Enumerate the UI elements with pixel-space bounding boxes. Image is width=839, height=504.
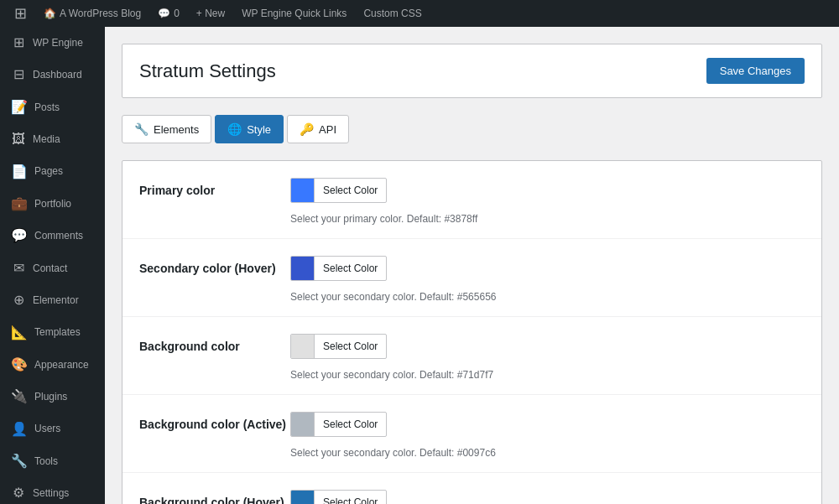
main-content: Stratum Settings Save Changes 🔧 Elements… xyxy=(105,27,839,504)
color-hint-background-color: Select your secondary color. Default: #7… xyxy=(290,369,805,381)
color-hint-background-color-active: Select your secondary color. Default: #0… xyxy=(290,447,805,459)
sidebar-item-pages[interactable]: 📄 Pages xyxy=(0,156,105,188)
sidebar-item-comments[interactable]: 💬 Comments xyxy=(0,220,105,252)
admin-bar-new[interactable]: + New xyxy=(190,0,232,27)
color-btn-label-background-color: Select Color xyxy=(315,337,386,356)
media-icon: 🖼 xyxy=(11,130,26,148)
color-label-secondary-color: Secondary color (Hover) xyxy=(139,262,290,275)
color-swatch-secondary-color xyxy=(291,257,315,280)
color-btn-label-background-color-hover: Select Color xyxy=(315,493,386,504)
color-row-background-color-hover: Background color (Hover) Select Color Se… xyxy=(122,473,821,504)
posts-icon: 📝 xyxy=(11,98,28,117)
save-changes-button[interactable]: Save Changes xyxy=(706,58,805,84)
color-row-background-color-active: Background color (Active) Select Color S… xyxy=(122,395,821,473)
sidebar-item-media[interactable]: 🖼 Media xyxy=(0,123,105,155)
pages-icon: 📄 xyxy=(11,163,28,181)
dashboard-icon: ⊟ xyxy=(11,65,26,84)
admin-bar-custom-css[interactable]: Custom CSS xyxy=(357,0,428,27)
wp-logo[interactable]: ⊞ xyxy=(7,0,34,27)
sidebar-item-dashboard[interactable]: ⊟ Dashboard xyxy=(0,59,105,91)
home-icon: 🏠 xyxy=(44,8,56,19)
appearance-icon: 🎨 xyxy=(11,356,28,374)
sidebar-item-tools[interactable]: 🔧 Tools xyxy=(0,445,105,477)
color-btn-label-background-color-active: Select Color xyxy=(315,415,386,434)
page-header: Stratum Settings Save Changes xyxy=(122,44,822,98)
color-row-header-background-color-hover: Background color (Hover) Select Color xyxy=(139,490,805,504)
key-icon: 🔑 xyxy=(300,122,314,136)
color-btn-label-secondary-color: Select Color xyxy=(315,259,386,278)
color-btn-label-primary-color: Select Color xyxy=(315,181,386,200)
color-row-background-color: Background color Select Color Select you… xyxy=(122,317,821,395)
layout: ⊞ WP Engine ⊟ Dashboard 📝 Posts 🖼 Media … xyxy=(0,27,839,504)
plugins-icon: 🔌 xyxy=(11,387,28,406)
sidebar-item-settings[interactable]: ⚙ Settings xyxy=(0,477,105,504)
color-label-background-color: Background color xyxy=(139,340,290,353)
color-row-primary-color: Primary color Select Color Select your p… xyxy=(122,161,821,239)
admin-bar-comments[interactable]: 💬 0 xyxy=(151,0,186,27)
tab-elements[interactable]: 🔧 Elements xyxy=(122,115,211,143)
color-row-header-background-color-active: Background color (Active) Select Color xyxy=(139,412,805,437)
tabs-container: 🔧 Elements 🌐 Style 🔑 API xyxy=(122,115,822,143)
color-swatch-background-color-active xyxy=(291,413,315,436)
color-label-background-color-hover: Background color (Hover) xyxy=(139,496,290,504)
sidebar-item-wp-engine[interactable]: ⊞ WP Engine xyxy=(0,27,105,59)
globe-icon: 🌐 xyxy=(227,122,242,136)
users-icon: 👤 xyxy=(11,420,28,439)
color-hint-secondary-color: Select your secondary color. Default: #5… xyxy=(290,291,805,303)
sidebar-item-plugins[interactable]: 🔌 Plugins xyxy=(0,381,105,413)
contact-icon: ✉ xyxy=(11,259,26,278)
color-row-header-secondary-color: Secondary color (Hover) Select Color xyxy=(139,256,805,281)
settings-panel: Primary color Select Color Select your p… xyxy=(122,160,822,504)
color-picker-btn-background-color-active[interactable]: Select Color xyxy=(290,412,387,437)
color-swatch-background-color xyxy=(291,335,315,358)
sidebar-item-templates[interactable]: 📐 Templates xyxy=(0,317,105,349)
sidebar-item-elementor[interactable]: ⊕ Elementor xyxy=(0,284,105,316)
color-picker-btn-background-color[interactable]: Select Color xyxy=(290,334,387,359)
color-picker-btn-background-color-hover[interactable]: Select Color xyxy=(290,490,387,504)
settings-icon: ⚙ xyxy=(11,484,26,502)
color-swatch-background-color-hover xyxy=(291,491,315,504)
sidebar-item-users[interactable]: 👤 Users xyxy=(0,413,105,445)
tools-icon: 🔧 xyxy=(11,452,28,470)
color-swatch-primary-color xyxy=(291,179,315,202)
color-row-header-primary-color: Primary color Select Color xyxy=(139,178,805,203)
admin-bar-site-name[interactable]: 🏠 A WordPress Blog xyxy=(37,0,148,27)
grid-icon: ⊞ xyxy=(11,34,26,52)
tab-style[interactable]: 🌐 Style xyxy=(215,115,284,143)
sidebar-item-contact[interactable]: ✉ Contact xyxy=(0,252,105,284)
admin-bar-wp-engine[interactable]: WP Engine Quick Links xyxy=(235,0,353,27)
color-row-header-background-color: Background color Select Color xyxy=(139,334,805,359)
comments-icon: 💬 xyxy=(158,8,170,19)
color-picker-btn-secondary-color[interactable]: Select Color xyxy=(290,256,387,281)
color-hint-primary-color: Select your primary color. Default: #387… xyxy=(290,213,805,225)
tab-api[interactable]: 🔑 API xyxy=(287,115,349,143)
page-title: Stratum Settings xyxy=(139,60,276,82)
color-row-secondary-color: Secondary color (Hover) Select Color Sel… xyxy=(122,239,821,317)
color-label-background-color-active: Background color (Active) xyxy=(139,418,290,431)
admin-bar: ⊞ 🏠 A WordPress Blog 💬 0 + New WP Engine… xyxy=(0,0,839,27)
color-label-primary-color: Primary color xyxy=(139,184,290,197)
sidebar-item-appearance[interactable]: 🎨 Appearance xyxy=(0,349,105,381)
templates-icon: 📐 xyxy=(11,324,28,342)
sidebar-item-posts[interactable]: 📝 Posts xyxy=(0,91,105,123)
sidebar-item-portfolio[interactable]: 💼 Portfolio xyxy=(0,188,105,220)
color-picker-btn-primary-color[interactable]: Select Color xyxy=(290,178,387,203)
sidebar: ⊞ WP Engine ⊟ Dashboard 📝 Posts 🖼 Media … xyxy=(0,27,105,504)
wrench-icon: 🔧 xyxy=(134,122,149,136)
elementor-icon: ⊕ xyxy=(11,291,26,309)
comments-icon: 💬 xyxy=(11,226,28,245)
portfolio-icon: 💼 xyxy=(11,195,28,213)
